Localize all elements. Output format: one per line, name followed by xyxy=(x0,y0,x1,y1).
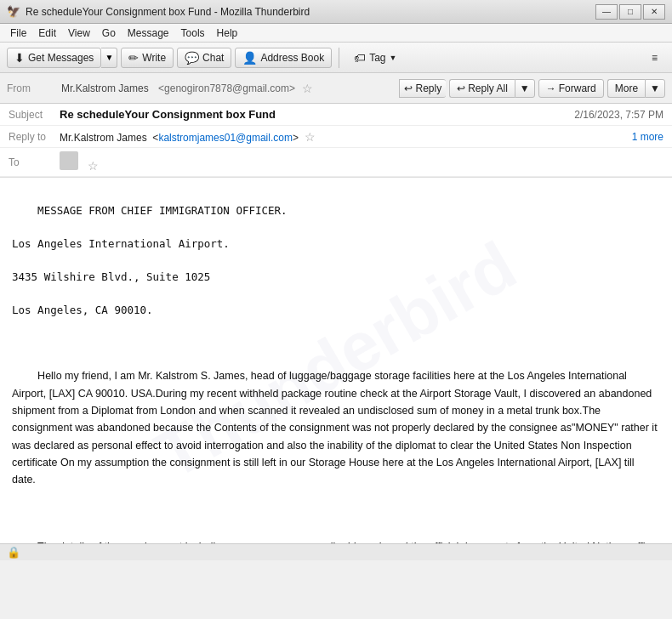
email-action-buttons: ↩ Reply ↩ Reply All ▼ → Forward More ▼ xyxy=(399,79,665,98)
reply-to-name: Mr.Kalstrom James xyxy=(60,132,147,144)
to-value: ☆ xyxy=(60,151,663,173)
menu-help[interactable]: Help xyxy=(212,26,243,41)
window-title: Re scheduleYour Consignment box Fund - M… xyxy=(26,6,310,18)
body-header-line4: Los Angeles, CA 90010. xyxy=(12,304,153,316)
chat-label: Chat xyxy=(202,52,224,64)
reply-split-button: ↩ Reply xyxy=(399,79,446,98)
more-split-button: More ▼ xyxy=(607,79,665,98)
from-email: <genogiron7878@gmail.com> xyxy=(158,82,295,94)
status-bar: 🔒 xyxy=(0,543,672,560)
email-action-bar: From Mr.Kalstrom James <genogiron7878@gm… xyxy=(0,73,672,104)
body-header-line1: MESSAGE FROM CHIEF IMMIGRATION OFFICER. xyxy=(37,204,288,217)
status-lock-icon: 🔒 xyxy=(7,546,20,559)
tag-icon: 🏷 xyxy=(354,51,366,65)
close-button[interactable]: ✕ xyxy=(643,4,665,20)
body-header-line3: 3435 Wilshire Blvd., Suite 1025 xyxy=(12,270,210,283)
reply-all-dropdown[interactable]: ▼ xyxy=(515,79,535,98)
menu-file[interactable]: File xyxy=(5,26,31,41)
app-icon: 🦅 xyxy=(7,5,20,19)
menu-edit[interactable]: Edit xyxy=(33,26,61,41)
title-bar: 🦅 Re scheduleYour Consignment box Fund -… xyxy=(0,0,672,24)
to-label: To xyxy=(9,156,60,168)
tag-chevron: ▼ xyxy=(390,54,397,62)
get-messages-button[interactable]: ⬇ Get Messages xyxy=(7,48,101,68)
more-label: More xyxy=(615,82,638,94)
forward-button[interactable]: → Forward xyxy=(538,79,604,98)
reply-button[interactable]: ↩ Reply xyxy=(399,79,446,98)
more-button[interactable]: More xyxy=(607,79,645,98)
get-messages-icon: ⬇ xyxy=(14,51,25,65)
body-header-line2: Los Angeles International Airport. xyxy=(12,237,230,250)
forward-icon: → xyxy=(546,82,556,94)
reply-all-split-button: ↩ Reply All ▼ xyxy=(449,79,535,98)
hamburger-menu[interactable]: ≡ xyxy=(644,48,665,67)
reply-to-label: Reply to xyxy=(9,131,60,143)
write-label: Write xyxy=(142,52,166,64)
to-avatar xyxy=(60,151,78,170)
menu-bar: File Edit View Go Message Tools Help xyxy=(0,24,672,43)
reply-to-email-link[interactable]: kalstromjames01@gmail.com xyxy=(158,132,293,144)
write-icon: ✏ xyxy=(128,51,139,65)
email-header: Subject Re scheduleYour Consignment box … xyxy=(0,104,672,178)
window-controls: — □ ✕ xyxy=(595,4,665,20)
email-body-container: Thunderbird MESSAGE FROM CHIEF IMMIGRATI… xyxy=(0,178,672,543)
minimize-button[interactable]: — xyxy=(595,4,618,20)
tag-label: Tag xyxy=(369,52,385,64)
from-star-icon[interactable]: ☆ xyxy=(302,82,313,95)
reply-to-value: Mr.Kalstrom James <kalstromjames01@gmail… xyxy=(60,130,632,144)
chat-icon: 💬 xyxy=(185,51,199,65)
to-star-icon[interactable]: ☆ xyxy=(88,159,99,173)
get-messages-dropdown[interactable]: ▼ xyxy=(101,48,117,68)
reply-label: Reply xyxy=(415,82,441,94)
subject-label: Subject xyxy=(9,109,60,121)
chat-button[interactable]: 💬 Chat xyxy=(177,48,231,68)
tag-button[interactable]: 🏷 Tag ▼ xyxy=(346,48,404,68)
reply-all-label: Reply All xyxy=(468,82,508,94)
from-row: From Mr.Kalstrom James <genogiron7878@gm… xyxy=(7,82,399,95)
body-paragraph2: The details of the consignment including… xyxy=(12,541,659,543)
address-book-icon: 👤 xyxy=(242,51,257,65)
reply-icon: ↩ xyxy=(404,82,413,94)
from-name: Mr.Kalstrom James xyxy=(61,82,149,94)
get-messages-split: ⬇ Get Messages ▼ xyxy=(7,48,117,68)
more-dropdown[interactable]: ▼ xyxy=(645,79,665,98)
maximize-button[interactable]: □ xyxy=(619,4,641,20)
reply-to-row: Reply to Mr.Kalstrom James <kalstromjame… xyxy=(0,126,672,148)
reply-all-icon: ↩ xyxy=(457,82,465,94)
reply-to-star-icon[interactable]: ☆ xyxy=(305,130,316,144)
subject-row: Subject Re scheduleYour Consignment box … xyxy=(0,104,672,126)
body-paragraph1: Hello my friend, I am Mr. Kalstrom S. Ja… xyxy=(12,370,660,486)
menu-go[interactable]: Go xyxy=(97,26,121,41)
forward-label: Forward xyxy=(559,82,596,94)
email-body: MESSAGE FROM CHIEF IMMIGRATION OFFICER. … xyxy=(12,186,660,543)
address-book-label: Address Book xyxy=(260,52,324,64)
to-row: To ☆ xyxy=(0,148,672,177)
menu-view[interactable]: View xyxy=(63,26,95,41)
menu-message[interactable]: Message xyxy=(122,26,174,41)
subject-value: Re scheduleYour Consignment box Fund xyxy=(60,108,574,121)
address-book-button[interactable]: 👤 Address Book xyxy=(235,48,332,68)
menu-tools[interactable]: Tools xyxy=(176,26,210,41)
from-label: From xyxy=(7,82,58,94)
get-messages-label: Get Messages xyxy=(28,52,94,64)
reply-all-button[interactable]: ↩ Reply All xyxy=(449,79,515,98)
email-date: 2/16/2023, 7:57 PM xyxy=(574,109,663,121)
write-button[interactable]: ✏ Write xyxy=(121,48,174,68)
more-count[interactable]: 1 more xyxy=(632,131,663,143)
main-toolbar: ⬇ Get Messages ▼ ✏ Write 💬 Chat 👤 Addres… xyxy=(0,43,672,73)
toolbar-separator xyxy=(339,48,339,68)
